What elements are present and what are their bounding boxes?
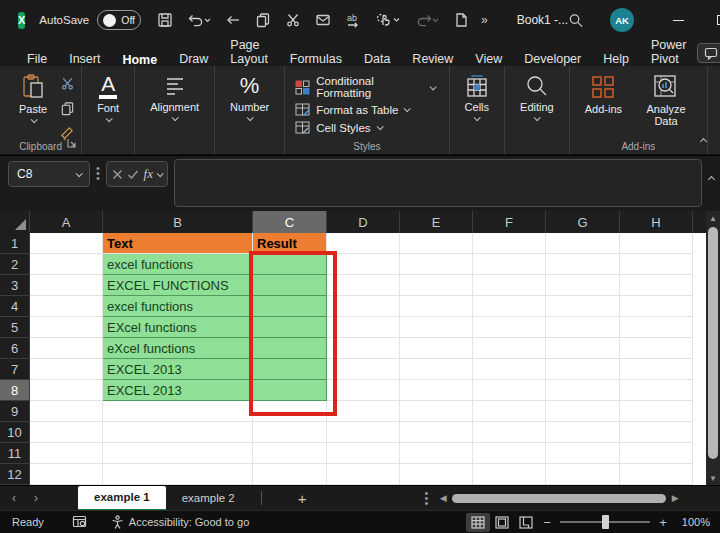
cell-H4[interactable] [620, 296, 693, 317]
column-header-C[interactable]: C [253, 211, 327, 233]
row-header-11[interactable]: 11 [0, 443, 30, 464]
select-all-button[interactable] [0, 211, 30, 233]
cell-E5[interactable] [400, 317, 473, 338]
formula-input[interactable] [174, 159, 702, 207]
cell-D3[interactable] [327, 275, 400, 296]
copy-icon[interactable] [60, 101, 75, 120]
autosave-toggle[interactable]: Off [97, 10, 141, 30]
normal-view-button[interactable] [466, 513, 490, 532]
cell-F2[interactable] [473, 254, 546, 275]
scroll-right-icon[interactable]: ▶ [668, 493, 682, 503]
cell-G9[interactable] [546, 401, 620, 422]
cell-C12[interactable] [253, 464, 327, 485]
cell-G11[interactable] [546, 443, 620, 464]
cell-styles-button[interactable]: Cell Styles [295, 120, 381, 135]
row-header-10[interactable]: 10 [0, 422, 30, 443]
cell-B7[interactable]: EXCEL 2013 [103, 359, 253, 380]
row-header-1[interactable]: 1 [0, 233, 30, 254]
cell-H1[interactable] [620, 233, 693, 254]
column-header-D[interactable]: D [327, 211, 400, 233]
cell-H8[interactable] [620, 380, 693, 401]
sheet-next-icon[interactable]: › [22, 491, 50, 505]
cell-H11[interactable] [620, 443, 693, 464]
cell-B2[interactable]: excel functions [103, 254, 253, 275]
enter-icon[interactable] [127, 169, 139, 180]
cancel-icon[interactable] [112, 169, 123, 180]
analyze-data-button[interactable]: Analyze Data [631, 74, 701, 127]
cell-B6[interactable]: eXcel functions [103, 338, 253, 359]
formula-bar-handle[interactable]: ••• [96, 166, 100, 181]
cell-A11[interactable] [30, 443, 103, 464]
cell-G7[interactable] [546, 359, 620, 380]
cell-A9[interactable] [30, 401, 103, 422]
row-header-6[interactable]: 6 [0, 338, 30, 359]
save-icon[interactable] [157, 12, 173, 28]
number-button[interactable]: % Number [221, 74, 278, 121]
cell-H5[interactable] [620, 317, 693, 338]
cell-F8[interactable] [473, 380, 546, 401]
cell-D12[interactable] [327, 464, 400, 485]
accessibility-status[interactable]: Accessibility: Good to go [111, 515, 249, 529]
cells-button[interactable]: Cells [456, 74, 498, 121]
cell-A6[interactable] [30, 338, 103, 359]
undo-icon[interactable] [187, 12, 211, 28]
cut-icon[interactable] [60, 76, 75, 95]
cell-G6[interactable] [546, 338, 620, 359]
cell-E12[interactable] [400, 464, 473, 485]
cell-G12[interactable] [546, 464, 620, 485]
cell-E10[interactable] [400, 422, 473, 443]
cell-H6[interactable] [620, 338, 693, 359]
cell-G4[interactable] [546, 296, 620, 317]
cell-E7[interactable] [400, 359, 473, 380]
cell-F9[interactable] [473, 401, 546, 422]
cell-C2[interactable] [253, 254, 327, 275]
cell-F4[interactable] [473, 296, 546, 317]
cell-C7[interactable] [253, 359, 327, 380]
formula-bar-collapse-icon[interactable] [709, 168, 714, 186]
row-header-3[interactable]: 3 [0, 275, 30, 296]
cell-D5[interactable] [327, 317, 400, 338]
row-header-4[interactable]: 4 [0, 296, 30, 317]
cell-E9[interactable] [400, 401, 473, 422]
find-replace-icon[interactable]: ab [345, 12, 361, 28]
cell-G10[interactable] [546, 422, 620, 443]
page-layout-view-button[interactable] [490, 513, 514, 532]
cell-E6[interactable] [400, 338, 473, 359]
row-header-2[interactable]: 2 [0, 254, 30, 275]
column-header-A[interactable]: A [30, 211, 103, 233]
cell-C6[interactable] [253, 338, 327, 359]
alignment-button[interactable]: Alignment [141, 74, 208, 121]
cell-B4[interactable]: excel functions [103, 296, 253, 317]
column-header-H[interactable]: H [620, 211, 693, 233]
horizontal-scrollbar[interactable]: ◀ ▶ [436, 492, 682, 504]
cell-C9[interactable] [253, 401, 327, 422]
column-header-B[interactable]: B [103, 211, 253, 233]
cell-D2[interactable] [327, 254, 400, 275]
zoom-slider-thumb[interactable] [602, 515, 609, 529]
add-sheet-button[interactable]: + [298, 490, 307, 507]
cell-G8[interactable] [546, 380, 620, 401]
cell-H12[interactable] [620, 464, 693, 485]
cell-A5[interactable] [30, 317, 103, 338]
new-file-icon[interactable] [453, 12, 469, 28]
cell-H7[interactable] [620, 359, 693, 380]
cell-B5[interactable]: EXcel functions [103, 317, 253, 338]
search-icon[interactable] [568, 12, 584, 28]
page-break-view-button[interactable] [514, 513, 538, 532]
cell-E11[interactable] [400, 443, 473, 464]
cell-D6[interactable] [327, 338, 400, 359]
conditional-formatting-button[interactable]: Conditional Formatting [295, 75, 434, 99]
cell-C1[interactable]: Result [253, 233, 327, 254]
cell-D8[interactable] [327, 380, 400, 401]
maximize-button[interactable] [700, 0, 720, 40]
ribbon-collapse-icon[interactable] [701, 130, 706, 148]
cell-D11[interactable] [327, 443, 400, 464]
cell-B1[interactable]: Text [103, 233, 253, 254]
cell-F5[interactable] [473, 317, 546, 338]
cell-G1[interactable] [546, 233, 620, 254]
cell-D9[interactable] [327, 401, 400, 422]
cell-F12[interactable] [473, 464, 546, 485]
editing-button[interactable]: Editing [511, 74, 563, 121]
cell-F3[interactable] [473, 275, 546, 296]
more-commands-icon[interactable]: » [481, 13, 489, 27]
